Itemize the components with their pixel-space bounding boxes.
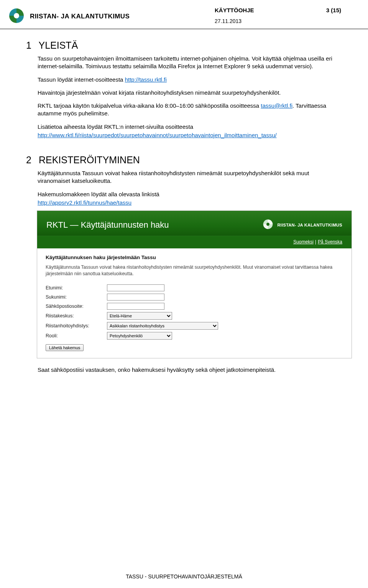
section-2-para-after: Saat sähköpostiisi vastauksen, onko hake… — [38, 366, 341, 374]
section-2-number: 2 — [26, 154, 36, 166]
link-application-form[interactable]: http://appsrv2.rktl.fi/tunnus/hae/tassu — [38, 199, 131, 206]
embedded-screenshot: RKTL — Käyttäjätunnusten haku RIISTAN- J… — [37, 210, 352, 358]
input-email[interactable] — [107, 303, 164, 310]
section-2-para-1: Käyttäjätunnusta Tassuun voivat hakea ri… — [38, 169, 341, 185]
ss-description: Käyttäjätunnusta Tassuun voivat hakea ri… — [46, 264, 341, 278]
label-center: Riistakeskus: — [46, 313, 107, 319]
section-1-heading: 1 YLEISTÄ — [38, 40, 341, 51]
section-1-para-3: Havaintoja järjestelmään voivat kirjata … — [38, 89, 341, 97]
ss-subtitle: Käyttäjätunnuksen haku järjestelmään Tas… — [46, 255, 341, 260]
section-2-heading: 2 REKISTERÖITYMINEN — [38, 154, 341, 166]
org-logo-icon — [8, 7, 25, 26]
link-support-email[interactable]: tassu@rktl.fi — [261, 102, 292, 109]
section-2-title: REKISTERÖITYMINEN — [39, 154, 140, 165]
select-association[interactable]: Asikkalan riistanhoitoyhdistys — [107, 322, 218, 330]
doc-type: KÄYTTÖOHJE — [215, 7, 254, 13]
logo-block: RIISTAN- JA KALANTUTKIMUS — [8, 7, 215, 26]
section-1-para-2: Tassun löydät internet-osoitteesta http:… — [38, 76, 341, 84]
section-1-para-5: Lisätietoa aiheesta löydät RKTL:n intern… — [38, 123, 341, 131]
lang-fi-link[interactable]: Suomeksi — [293, 239, 314, 245]
page-header: RIISTAN- JA KALANTUTKIMUS KÄYTTÖOHJE 3 (… — [0, 0, 368, 29]
label-role: Rooli: — [46, 333, 107, 338]
label-association: Riistanhoitoyhdistys: — [46, 323, 107, 328]
select-center[interactable]: Etelä-Häme — [107, 312, 172, 320]
ss-logo-text: RIISTAN- JA KALANTUTKIMUS — [278, 223, 342, 227]
lang-separator: | — [314, 239, 318, 245]
section-1-para-1: Tassu on suurpetohavaintojen ilmoittamis… — [38, 55, 341, 71]
section-1-title: YLEISTÄ — [39, 40, 78, 51]
doc-date: 27.11.2013 — [215, 18, 341, 24]
header-meta: KÄYTTÖOHJE 3 (15) 27.11.2013 — [215, 7, 341, 24]
input-firstname[interactable] — [107, 284, 164, 291]
ss-logo-icon — [262, 218, 274, 231]
label-lastname: Sukunimi: — [46, 294, 107, 300]
svg-point-1 — [14, 13, 19, 18]
lang-sv-link[interactable]: På Svenska — [318, 239, 342, 245]
input-lastname[interactable] — [107, 294, 164, 301]
section-1-number: 1 — [26, 40, 36, 51]
ss-body: Käyttäjätunnuksen haku järjestelmään Tas… — [37, 248, 352, 358]
section-1: 1 YLEISTÄ Tassu on suurpetohavaintojen i… — [38, 40, 341, 139]
ss-header: RKTL — Käyttäjätunnusten haku RIISTAN- J… — [37, 211, 352, 236]
svg-point-2 — [266, 223, 269, 226]
org-name: RIISTAN- JA KALANTUTKIMUS — [30, 13, 130, 20]
section-2: 2 REKISTERÖITYMINEN Käyttäjätunnusta Tas… — [38, 154, 341, 374]
submit-button[interactable]: Lähetä hakemus — [46, 344, 84, 351]
link-rktl-info[interactable]: http://www.rktl.fi/riista/suurpedot/suur… — [38, 132, 277, 138]
page-footer: TASSU - SUURPETOHAVAINTOJÄRJESTELMÄ — [0, 573, 368, 580]
ss-logo-block: RIISTAN- JA KALANTUTKIMUS — [262, 218, 342, 231]
ss-language-bar: Suomeksi|På Svenska — [37, 236, 352, 248]
select-role[interactable]: Petoyhdyshenkilö — [107, 332, 172, 340]
link-tassu-url[interactable]: http://tassu.rktl.fi — [125, 76, 167, 83]
label-firstname: Etunimi: — [46, 285, 107, 291]
section-1-para-4: RKTL tarjoaa käytön tukipalvelua virka-a… — [38, 102, 341, 118]
ss-title: RKTL — Käyttäjätunnusten haku — [46, 220, 169, 230]
label-email: Sähköpostiosoite: — [46, 304, 107, 309]
page-number: 3 (15) — [326, 7, 341, 13]
section-2-para-2: Hakemuslomakkeen löydät alla olevasta li… — [38, 191, 341, 198]
